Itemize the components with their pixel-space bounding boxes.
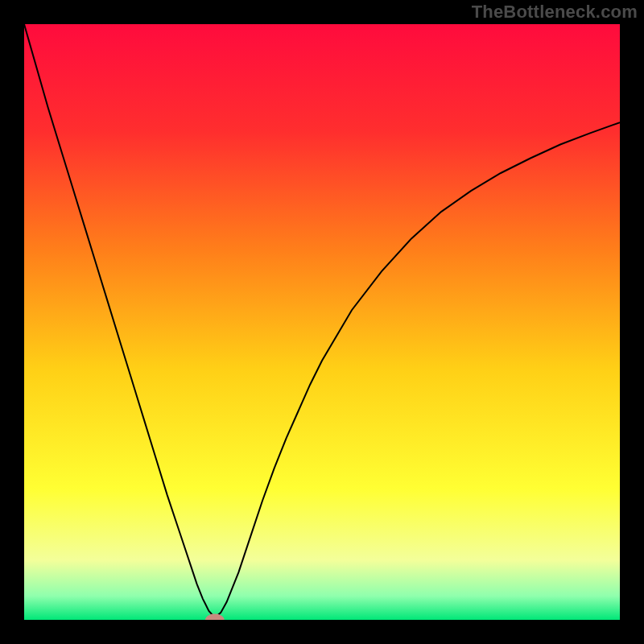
plot-frame — [24, 24, 620, 620]
chart-wrapper: TheBottleneck.com — [0, 0, 644, 644]
plot-svg — [24, 24, 620, 620]
watermark-text: TheBottleneck.com — [472, 2, 638, 23]
